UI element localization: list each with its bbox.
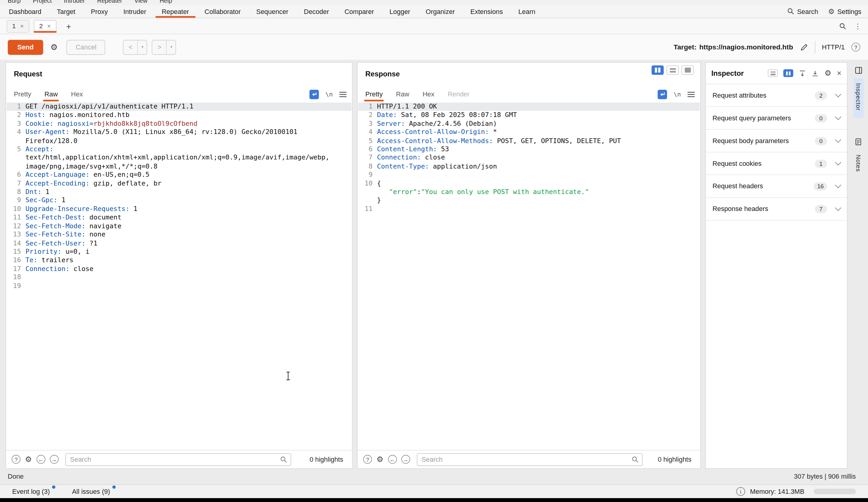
- code-line[interactable]: 2Date: Sat, 08 Feb 2025 08:07:18 GMT: [358, 111, 700, 119]
- tab-raw[interactable]: Raw: [396, 90, 410, 98]
- code-line[interactable]: Firefox/128.0: [7, 137, 352, 145]
- layout-columns-button[interactable]: [651, 66, 663, 75]
- edit-target-pencil-icon[interactable]: [800, 43, 808, 51]
- expand-all-icon[interactable]: [799, 69, 806, 77]
- cancel-button[interactable]: Cancel: [66, 40, 105, 54]
- tab-repeater[interactable]: Repeater: [154, 5, 197, 18]
- tab-organizer[interactable]: Organizer: [418, 5, 463, 18]
- menu-burp[interactable]: Burp: [8, 0, 21, 5]
- inspector-rail-icon[interactable]: [854, 67, 862, 74]
- search-prev-icon[interactable]: ←: [37, 455, 45, 464]
- tab-learn[interactable]: Learn: [510, 5, 543, 18]
- menu-repeater[interactable]: Repeater: [97, 0, 122, 5]
- code-line[interactable]: 5Access-Control-Allow-Methods: POST, GET…: [358, 137, 700, 145]
- code-line[interactable]: 1HTTP/1.1 200 OK: [358, 102, 700, 111]
- all-issues-button[interactable]: All issues (9): [72, 488, 110, 495]
- response-search-input[interactable]: [417, 453, 643, 465]
- code-line[interactable]: 3Server: Apache/2.4.56 (Debian): [358, 119, 700, 128]
- search-next-icon[interactable]: →: [401, 455, 410, 464]
- tab-pretty[interactable]: Pretty: [365, 90, 383, 98]
- code-line[interactable]: 6Accept-Language: en-US,en;q=0.5: [7, 171, 352, 179]
- search-help-icon[interactable]: ?: [11, 455, 20, 464]
- code-line[interactable]: 16Te: trailers: [7, 256, 352, 265]
- pretty-print-icon[interactable]: [658, 89, 667, 99]
- search-settings-gear-icon[interactable]: ⚙: [25, 455, 32, 463]
- inspector-rail-tab[interactable]: Inspector: [854, 78, 864, 118]
- response-editor[interactable]: 1HTTP/1.1 200 OK2Date: Sat, 08 Feb 2025 …: [358, 102, 700, 449]
- code-line[interactable]: image/png,image/svg+xml,*/*;q=0.8: [7, 162, 352, 171]
- repeater-tab-2[interactable]: 2×: [34, 20, 56, 32]
- send-button[interactable]: Send: [8, 40, 43, 54]
- back-dropdown-caret-icon[interactable]: ▾: [138, 40, 147, 54]
- code-line[interactable]: 7Connection: close: [358, 154, 700, 162]
- repeater-tab-1[interactable]: 1×: [7, 20, 29, 32]
- code-line[interactable]: 18: [7, 273, 352, 282]
- back-label[interactable]: <: [124, 40, 138, 54]
- tab-close-icon[interactable]: ×: [20, 23, 24, 29]
- settings-button[interactable]: ⚙ Settings: [828, 8, 861, 16]
- new-tab-button[interactable]: +: [66, 21, 71, 31]
- history-back-button[interactable]: < ▾: [123, 40, 147, 54]
- newline-toggle-icon[interactable]: \n: [674, 91, 681, 98]
- inspector-section-request-attributes[interactable]: Request attributes2: [706, 84, 847, 107]
- tab-close-icon[interactable]: ×: [47, 23, 51, 29]
- code-line[interactable]: 17Connection: close: [7, 265, 352, 273]
- code-line[interactable]: 12Sec-Fetch-Mode: navigate: [7, 222, 352, 230]
- code-line[interactable]: 3Cookie: nagiosxi=rbjkhdo8kk8jq8toOl9cOf…: [7, 119, 352, 128]
- tab-logger[interactable]: Logger: [382, 5, 418, 18]
- collapse-all-icon[interactable]: [812, 69, 819, 77]
- inspector-close-icon[interactable]: ×: [837, 69, 841, 77]
- code-line[interactable]: 9: [358, 171, 700, 179]
- search-icon[interactable]: [839, 22, 847, 30]
- code-line[interactable]: 11Sec-Fetch-Dest: document: [7, 213, 352, 222]
- editor-menu-icon[interactable]: [339, 91, 347, 97]
- inspector-section-request-headers[interactable]: Request headers16: [706, 175, 847, 198]
- code-line[interactable]: text/html,application/xhtml+xml,applicat…: [7, 154, 352, 162]
- code-line[interactable]: 10{: [358, 180, 700, 188]
- help-icon[interactable]: ?: [851, 43, 860, 51]
- tab-decoder[interactable]: Decoder: [296, 5, 337, 18]
- forward-label[interactable]: >: [152, 40, 167, 54]
- tab-collaborator[interactable]: Collaborator: [197, 5, 249, 18]
- tab-comparer[interactable]: Comparer: [337, 5, 382, 18]
- notes-rail-icon[interactable]: [855, 138, 862, 146]
- tab-raw[interactable]: Raw: [44, 90, 58, 98]
- tab-extensions[interactable]: Extensions: [463, 5, 510, 18]
- inspector-view-columns-button[interactable]: [784, 69, 794, 77]
- menu-view[interactable]: View: [134, 0, 147, 5]
- forward-dropdown-caret-icon[interactable]: ▾: [167, 40, 176, 54]
- code-line[interactable]: 14Sec-Fetch-User: ?1: [7, 239, 352, 248]
- menu-intruder[interactable]: Intruder: [64, 0, 85, 5]
- send-options-gear-icon[interactable]: ⚙: [50, 42, 58, 52]
- code-line[interactable]: 6Content-Length: 53: [358, 145, 700, 154]
- code-line[interactable]: 10Upgrade-Insecure-Requests: 1: [7, 205, 352, 213]
- tab-hex[interactable]: Hex: [71, 90, 83, 98]
- code-line[interactable]: 8Content-Type: application/json: [358, 162, 700, 171]
- tab-sequencer[interactable]: Sequencer: [248, 5, 296, 18]
- tab-proxy[interactable]: Proxy: [83, 5, 115, 18]
- code-line[interactable]: 19: [7, 282, 352, 290]
- code-line[interactable]: }: [358, 197, 700, 205]
- editor-menu-icon[interactable]: [688, 91, 695, 97]
- menu-help[interactable]: Help: [159, 0, 172, 5]
- menu-project[interactable]: Project: [33, 0, 52, 5]
- code-line[interactable]: 8Dnt: 1: [7, 188, 352, 197]
- tab-render[interactable]: Render: [448, 90, 469, 98]
- tab-pretty[interactable]: Pretty: [14, 90, 31, 98]
- search-settings-gear-icon[interactable]: ⚙: [376, 455, 383, 463]
- search-prev-icon[interactable]: ←: [388, 455, 396, 464]
- inspector-view-rows-button[interactable]: [768, 69, 778, 77]
- inspector-section-response-headers[interactable]: Response headers7: [706, 198, 847, 221]
- code-line[interactable]: 7Accept-Encoding: gzip, deflate, br: [7, 180, 352, 188]
- code-line[interactable]: 5Accept:: [7, 145, 352, 154]
- tab-intruder[interactable]: Intruder: [116, 5, 154, 18]
- inspector-section-request-cookies[interactable]: Request cookies1: [706, 152, 847, 175]
- notes-rail-tab[interactable]: Notes: [854, 149, 864, 179]
- search-button[interactable]: Search: [787, 8, 818, 16]
- info-icon[interactable]: i: [736, 487, 745, 496]
- pretty-print-icon[interactable]: [309, 89, 319, 99]
- code-line[interactable]: 4User-Agent: Mozilla/5.0 (X11; Linux x86…: [7, 128, 352, 137]
- request-editor[interactable]: 1GET /nagiosxi/api/v1/authenticate HTTP/…: [7, 102, 352, 449]
- inspector-settings-gear-icon[interactable]: ⚙: [824, 69, 831, 77]
- code-line[interactable]: "error":"You can only use POST with auth…: [358, 188, 700, 197]
